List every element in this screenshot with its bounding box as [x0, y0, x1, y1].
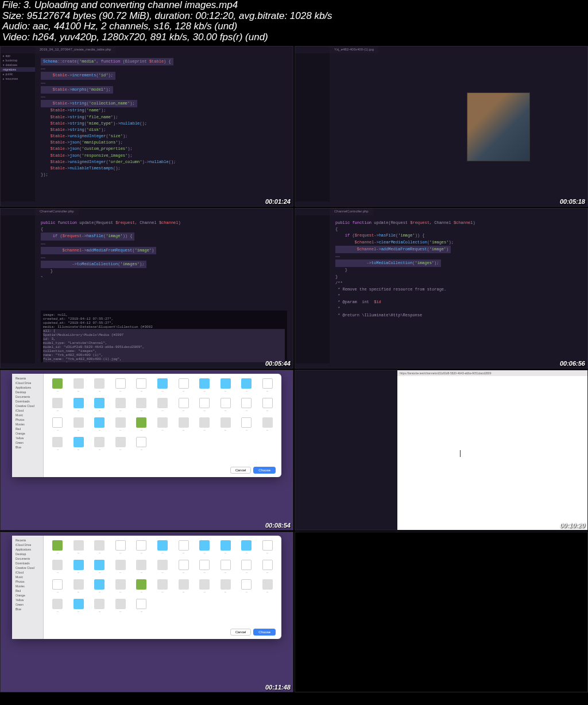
- finder-file[interactable]: ...: [69, 398, 88, 415]
- finder-sidebar-item[interactable]: Documents: [14, 394, 41, 399]
- finder-file[interactable]: ...: [237, 398, 256, 415]
- finder-file[interactable]: ...: [258, 398, 277, 415]
- finder-file[interactable]: ...: [90, 560, 109, 577]
- finder-file[interactable]: ...: [48, 599, 67, 616]
- finder-file[interactable]: ...: [69, 540, 88, 557]
- finder-file[interactable]: ...: [132, 540, 151, 557]
- finder-sidebar-item[interactable]: Creative Cloud: [14, 565, 41, 570]
- finder-file[interactable]: ...: [48, 579, 67, 596]
- finder-sidebar-item[interactable]: Music: [14, 575, 41, 579]
- finder-file[interactable]: ...: [153, 398, 172, 415]
- finder-sidebar-item[interactable]: Green: [14, 602, 41, 607]
- finder-file[interactable]: ...: [111, 417, 130, 435]
- finder-file[interactable]: ...: [90, 437, 109, 454]
- finder-file[interactable]: ...: [216, 417, 235, 435]
- finder-file[interactable]: ...: [48, 437, 67, 454]
- finder-file[interactable]: ...: [153, 560, 172, 577]
- editor-tab[interactable]: Yzj_e482-400x400-(1).jpg: [330, 47, 378, 53]
- finder-file[interactable]: ...: [132, 437, 151, 454]
- finder-file[interactable]: ...: [195, 417, 214, 435]
- finder-file[interactable]: ...: [48, 540, 67, 557]
- finder-sidebar-item[interactable]: Blue: [14, 607, 41, 611]
- finder-file[interactable]: ...: [174, 398, 193, 415]
- finder-file[interactable]: ...: [48, 560, 67, 577]
- finder-sidebar-item[interactable]: Green: [14, 440, 41, 445]
- finder-sidebar-item[interactable]: iCloud Drive: [14, 381, 41, 385]
- finder-file[interactable]: ...: [258, 378, 277, 396]
- finder-file[interactable]: ...: [132, 560, 151, 577]
- choose-button[interactable]: Choose: [253, 467, 276, 474]
- finder-file[interactable]: ...: [195, 540, 214, 557]
- finder-sidebar-item[interactable]: Creative Cloud: [14, 404, 41, 408]
- browser-address-bar[interactable]: https://laratube.test/channels/d31df2d8-…: [397, 370, 587, 376]
- cancel-button[interactable]: Cancel: [230, 467, 252, 474]
- finder-sidebar-item[interactable]: Applications: [14, 547, 41, 552]
- finder-sidebar-item[interactable]: Blue: [14, 445, 41, 450]
- finder-sidebar-item[interactable]: Orange: [14, 593, 41, 598]
- choose-button[interactable]: Choose: [253, 629, 276, 636]
- finder-file[interactable]: ...: [153, 417, 172, 435]
- finder-file[interactable]: ...: [258, 560, 277, 577]
- finder-sidebar-item[interactable]: Applications: [14, 385, 41, 390]
- finder-file[interactable]: ...: [216, 378, 235, 396]
- finder-file[interactable]: ...: [153, 378, 172, 396]
- finder-file[interactable]: ...: [258, 540, 277, 557]
- finder-file[interactable]: ...: [237, 378, 256, 396]
- finder-file[interactable]: ...: [111, 579, 130, 596]
- finder-file[interactable]: ...: [48, 398, 67, 415]
- finder-sidebar-item[interactable]: Desktop: [14, 552, 41, 556]
- finder-sidebar-item[interactable]: iCloud: [14, 570, 41, 575]
- finder-file[interactable]: ...: [69, 579, 88, 596]
- finder-sidebar-item[interactable]: Red: [14, 427, 41, 431]
- finder-file[interactable]: ...: [111, 378, 130, 396]
- finder-file[interactable]: ...: [132, 579, 151, 596]
- finder-file[interactable]: ...: [195, 560, 214, 577]
- finder-file[interactable]: ...: [195, 378, 214, 396]
- finder-file[interactable]: ...: [90, 540, 109, 557]
- finder-file[interactable]: ...: [174, 378, 193, 396]
- finder-sidebar-item[interactable]: iCloud: [14, 408, 41, 413]
- finder-sidebar-item[interactable]: Photos: [14, 417, 41, 422]
- finder-file[interactable]: ...: [258, 417, 277, 435]
- finder-file[interactable]: ...: [69, 599, 88, 616]
- finder-file[interactable]: ...: [111, 437, 130, 454]
- finder-sidebar-item[interactable]: Movies: [14, 422, 41, 427]
- finder-file[interactable]: ...: [237, 579, 256, 596]
- finder-file[interactable]: ...: [132, 378, 151, 396]
- finder-file[interactable]: ...: [132, 599, 151, 616]
- finder-sidebar-item[interactable]: Photos: [14, 579, 41, 584]
- finder-file[interactable]: ...: [90, 378, 109, 396]
- finder-file[interactable]: ...: [195, 398, 214, 415]
- finder-file[interactable]: ...: [216, 540, 235, 557]
- editor-tab[interactable]: 2019_04_12_070947_create_media_table.php: [35, 47, 115, 53]
- finder-file[interactable]: ...: [237, 417, 256, 435]
- finder-file[interactable]: ...: [174, 560, 193, 577]
- finder-file[interactable]: ...: [48, 417, 67, 435]
- finder-file[interactable]: ...: [174, 540, 193, 557]
- finder-sidebar-item[interactable]: Yellow: [14, 436, 41, 440]
- finder-file[interactable]: ...: [69, 417, 88, 435]
- finder-file[interactable]: ...: [153, 579, 172, 596]
- finder-file[interactable]: ...: [69, 560, 88, 577]
- finder-sidebar-item[interactable]: Red: [14, 588, 41, 593]
- finder-file[interactable]: ...: [258, 579, 277, 596]
- finder-sidebar-item[interactable]: Documents: [14, 556, 41, 561]
- finder-file[interactable]: ...: [216, 398, 235, 415]
- finder-sidebar-item[interactable]: Recents: [14, 538, 41, 543]
- finder-file[interactable]: ...: [111, 398, 130, 415]
- finder-file[interactable]: ...: [132, 398, 151, 415]
- finder-sidebar-item[interactable]: Orange: [14, 431, 41, 436]
- finder-file[interactable]: ...: [111, 560, 130, 577]
- finder-file[interactable]: ...: [237, 560, 256, 577]
- finder-file[interactable]: ...: [153, 540, 172, 557]
- finder-file[interactable]: ...: [69, 378, 88, 396]
- editor-tab[interactable]: ChannelController.php: [35, 208, 79, 215]
- finder-sidebar-item[interactable]: iCloud Drive: [14, 543, 41, 547]
- finder-file[interactable]: ...: [90, 398, 109, 415]
- finder-sidebar-item[interactable]: Downloads: [14, 399, 41, 404]
- finder-file[interactable]: ...: [111, 540, 130, 557]
- finder-file[interactable]: ...: [90, 417, 109, 435]
- finder-file[interactable]: ...: [132, 417, 151, 435]
- finder-file[interactable]: ...: [90, 579, 109, 596]
- finder-file[interactable]: ...: [237, 540, 256, 557]
